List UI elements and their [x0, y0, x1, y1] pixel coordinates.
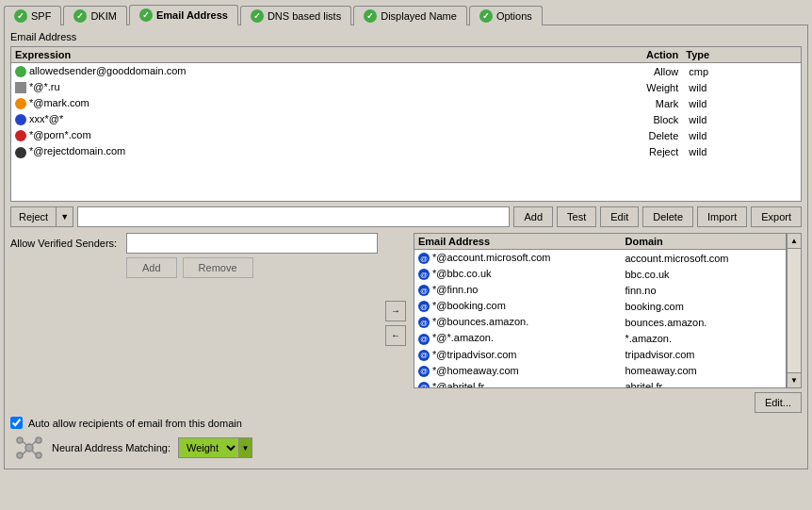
- weight-dropdown-arrow[interactable]: ▼: [238, 438, 252, 457]
- verified-table-row[interactable]: @*@account.microsoft.com account.microso…: [414, 250, 786, 267]
- add-remove-row: Add Remove: [10, 257, 378, 278]
- row-icon: [15, 66, 26, 77]
- verified-table-row[interactable]: @*@tripadvisor.com tripadvisor.com: [414, 347, 786, 363]
- delete-button[interactable]: Delete: [642, 206, 693, 227]
- action-cell: Weight: [564, 79, 683, 95]
- left-panel: Allow Verified Senders: Add Remove: [10, 233, 378, 413]
- verified-table-row[interactable]: @*@finn.no finn.no: [414, 282, 786, 298]
- type-header: Type: [682, 47, 801, 63]
- displayed-name-icon: ✓: [364, 9, 377, 23]
- row-icon: [15, 82, 26, 93]
- verified-email-cell: @*@tripadvisor.com: [414, 347, 622, 363]
- svg-point-2: [36, 437, 41, 443]
- edit-button[interactable]: Edit: [600, 206, 639, 227]
- verified-domain-cell: account.microsoft.com: [622, 250, 787, 267]
- row-icon: [15, 114, 26, 125]
- scroll-down-arrow[interactable]: ▼: [788, 372, 801, 387]
- main-panel: Email Address Expression Action Type all…: [4, 25, 808, 469]
- action-cell: Allow: [564, 63, 683, 80]
- arrow-left-button[interactable]: ←: [385, 325, 406, 346]
- spf-icon: ✓: [14, 9, 27, 23]
- dns-icon: ✓: [251, 9, 264, 23]
- verified-icon: @: [418, 285, 430, 296]
- verified-table-row[interactable]: @*@homeaway.com homeaway.com: [414, 363, 786, 379]
- verified-table-container: Email Address Domain @*@account.microsof…: [414, 233, 787, 388]
- email-address-icon: ✓: [139, 8, 153, 22]
- allow-senders-input[interactable]: [126, 233, 378, 254]
- edit-btn-row: Edit...: [414, 392, 802, 413]
- action-dropdown-arrow[interactable]: ▼: [57, 206, 73, 227]
- svg-line-6: [32, 441, 36, 445]
- add-button[interactable]: Add: [513, 206, 553, 227]
- senders-remove-button[interactable]: Remove: [183, 257, 253, 278]
- auto-allow-row: Auto allow recipients of email from this…: [10, 417, 802, 429]
- verified-icon: @: [418, 334, 430, 345]
- tab-bar: ✓ SPF ✓ DKIM ✓ Email Address ✓ DNS based…: [0, 0, 812, 25]
- tab-dkim[interactable]: ✓ DKIM: [63, 6, 127, 25]
- senders-add-button[interactable]: Add: [126, 257, 177, 278]
- neural-row: Neural Address Matching: WeightAllowBloc…: [10, 433, 802, 463]
- auto-allow-checkbox[interactable]: [10, 417, 23, 429]
- table-row[interactable]: *@rejectdomain.com Reject wild: [11, 143, 801, 159]
- verified-icon: @: [418, 301, 430, 312]
- action-button[interactable]: Reject: [10, 206, 57, 227]
- type-cell: wild: [682, 95, 801, 111]
- verified-table-row[interactable]: @*@bbc.co.uk bbc.co.uk: [414, 266, 786, 282]
- table-row[interactable]: *@*.ru Weight wild: [11, 79, 801, 95]
- verified-domain-cell: homeaway.com: [622, 363, 787, 379]
- verified-domain-cell: *.amazon.: [622, 330, 787, 346]
- svg-line-7: [23, 451, 26, 454]
- table-row[interactable]: *@porn*.com Delete wild: [11, 127, 801, 143]
- tab-options[interactable]: ✓ Options: [469, 6, 543, 25]
- verified-icon: @: [418, 366, 430, 377]
- tab-email-address[interactable]: ✓ Email Address: [129, 5, 238, 25]
- svg-line-5: [23, 441, 26, 445]
- table-row[interactable]: xxx*@* Block wild: [11, 111, 801, 127]
- verified-email-cell: @*@booking.com: [414, 298, 622, 314]
- action-header: Action: [564, 47, 683, 63]
- scroll-up-arrow[interactable]: ▲: [788, 234, 801, 249]
- action-select-group: Reject ▼: [10, 206, 73, 227]
- section-title: Email Address: [10, 31, 802, 42]
- expression-cell: *@porn*.com: [11, 127, 564, 143]
- verified-email-cell: @*@abritel.fr: [414, 379, 622, 388]
- verified-table-row[interactable]: @*@abritel.fr abritel.fr: [414, 379, 786, 388]
- lower-section: Allow Verified Senders: Add Remove → ←: [10, 233, 802, 413]
- email-address-header: Email Address: [414, 234, 622, 250]
- action-cell: Block: [564, 111, 683, 127]
- expression-cell: *@mark.com: [11, 95, 564, 111]
- verified-table-row[interactable]: @*@booking.com booking.com: [414, 298, 786, 314]
- neural-label: Neural Address Matching:: [52, 442, 171, 453]
- table-row[interactable]: allowedsender@gooddomain.com Allow cmp: [11, 63, 801, 80]
- verified-domain-cell: tripadvisor.com: [622, 347, 787, 363]
- arrow-right-button[interactable]: →: [385, 301, 406, 321]
- svg-line-8: [32, 451, 36, 454]
- verified-domain-cell: bounces.amazon.: [622, 314, 787, 330]
- tab-dns[interactable]: ✓ DNS based lists: [240, 6, 351, 25]
- verified-email-cell: @*@bbc.co.uk: [414, 266, 622, 282]
- table-row[interactable]: *@mark.com Mark wild: [11, 95, 801, 111]
- type-cell: cmp: [682, 63, 801, 80]
- test-button[interactable]: Test: [557, 206, 596, 227]
- verified-email-cell: @*@*.amazon.: [414, 330, 622, 346]
- neural-icon: [14, 433, 44, 463]
- footer-section: Auto allow recipients of email from this…: [10, 417, 802, 463]
- verified-table-row[interactable]: @*@bounces.amazon. bounces.amazon.: [414, 314, 786, 330]
- verified-edit-button[interactable]: Edit...: [755, 392, 802, 413]
- type-cell: wild: [682, 79, 801, 95]
- weight-select[interactable]: WeightAllowBlockMarkDeleteReject: [179, 438, 238, 457]
- verified-icon: @: [418, 350, 430, 361]
- tab-spf[interactable]: ✓ SPF: [4, 6, 61, 25]
- export-button[interactable]: Export: [751, 206, 802, 227]
- verified-icon: @: [418, 317, 430, 328]
- verified-table-row[interactable]: @*@*.amazon. *.amazon.: [414, 330, 786, 346]
- import-button[interactable]: Import: [697, 206, 747, 227]
- tab-displayed-name[interactable]: ✓ Displayed Name: [353, 6, 467, 25]
- expression-cell: *@rejectdomain.com: [11, 143, 564, 159]
- expression-header: Expression: [11, 47, 564, 63]
- transfer-arrows: → ←: [383, 233, 408, 413]
- type-cell: wild: [682, 111, 801, 127]
- type-cell: wild: [682, 143, 801, 159]
- verified-icon: @: [418, 269, 430, 280]
- expression-input[interactable]: [77, 206, 510, 227]
